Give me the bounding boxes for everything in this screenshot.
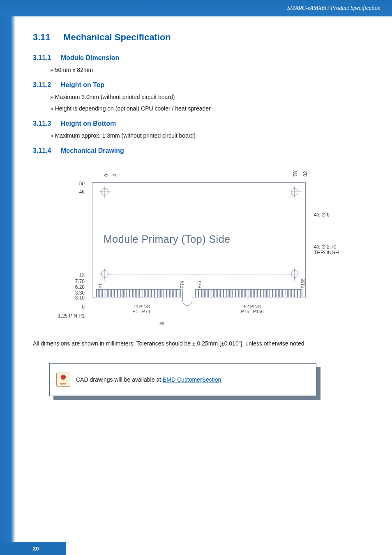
left-band: [0, 16, 16, 555]
subsection-title: Height on Top: [61, 81, 104, 88]
dim-left-50: 50: [62, 181, 85, 187]
dim-left-pinp1: 1.25 PIN P1: [46, 313, 85, 319]
section-title: Mechanical Specification: [63, 32, 171, 42]
bullet-item: Maximum 3.0mm (without printed circuit b…: [50, 94, 362, 100]
callout-box: note CAD drawings will be available at E…: [49, 363, 316, 396]
pin-p156: P156: [301, 279, 305, 288]
bullet-item: Height is depending on (optional) CPU co…: [50, 105, 362, 112]
subsection-title: Height on Bottom: [61, 120, 116, 127]
hole-br: [291, 270, 298, 278]
tolerance-note: All dimensions are shown in millimeters.…: [33, 340, 362, 347]
dim-top-0: 0: [104, 174, 109, 177]
dim-left-310: 3.10: [62, 295, 85, 301]
bullet-item: Maximum approx. 1.3mm (without printed c…: [50, 132, 362, 139]
pin-p74: P74: [180, 281, 184, 288]
subsection-heading: 3.11.1Module Dimension: [33, 54, 362, 62]
subsection-heading: 3.11.3Height on Bottom: [33, 120, 362, 127]
under-left: 74 PINS P1 - P74: [121, 304, 162, 314]
callout-text: CAD drawings will be available at EMD Cu…: [76, 376, 221, 383]
pin-p1: P1: [99, 283, 103, 288]
dim-left-0: 0: [62, 304, 85, 310]
dim-left-46: 46: [62, 189, 85, 195]
hole-bl: [101, 270, 108, 278]
subsection-heading: 3.11.2Height on Top: [33, 81, 362, 89]
header-band: SMARC-sAMX6i / Product Specification: [0, 0, 392, 16]
subsection-title: Module Dimension: [61, 54, 119, 61]
drawing-title: Module Primary (Top) Side: [104, 233, 230, 245]
right-label-holes: 4X ∅ 6: [314, 212, 330, 218]
pin-p75: P75: [197, 281, 202, 288]
subsection-title: Mechanical Drawing: [61, 147, 124, 154]
page-number: 20: [33, 546, 39, 552]
subsection-number: 3.11.1: [33, 54, 61, 62]
centerline-top: [108, 192, 292, 192]
under-right: 82 PINS P75 - P156: [232, 304, 273, 314]
bullet-item: 50mm x 82mm: [50, 67, 362, 73]
centerline-bot: [108, 274, 292, 274]
subsection-number: 3.11.2: [33, 81, 61, 89]
subsection-number: 3.11.3: [33, 120, 61, 127]
under-len: 39: [150, 321, 174, 326]
section-heading: 3.11 Mechanical Specification: [33, 32, 362, 43]
edge-pins-right: [195, 289, 302, 297]
note-icon: note: [56, 373, 70, 387]
dim-top-4: 4: [112, 174, 118, 177]
connector-notch: [182, 289, 192, 306]
edge-pins-left: [96, 289, 181, 297]
breadcrumb: SMARC-sAMX6i / Product Specification: [287, 5, 380, 12]
callout-prefix: CAD drawings will be available at: [76, 376, 163, 383]
emd-customer-section-link[interactable]: EMD CustomerSection: [163, 376, 221, 383]
hole-tr: [291, 188, 298, 196]
subsection-heading: 3.11.4Mechanical Drawing: [33, 147, 362, 154]
dim-left-12: 12: [62, 272, 85, 278]
dim-left-770: 7.70: [62, 279, 85, 284]
mechanical-drawing-figure: Module Primary (Top) Side 50 46 12 7.70 …: [43, 163, 347, 332]
hole-tl: [101, 188, 108, 196]
subsection-number: 3.11.4: [33, 147, 61, 154]
dim-left-620: 6.20: [62, 284, 85, 290]
dim-top-82: 82: [302, 171, 308, 177]
page-number-band: 20: [0, 542, 66, 555]
note-callout: note CAD drawings will be available at E…: [49, 363, 321, 396]
page-content: 3.11 Mechanical Specification 3.11.1Modu…: [33, 32, 362, 396]
section-number: 3.11: [33, 32, 61, 43]
dim-top-78: 78: [293, 171, 298, 177]
right-label-through: 4X ∅ 2.70 THROUGH: [314, 244, 339, 256]
